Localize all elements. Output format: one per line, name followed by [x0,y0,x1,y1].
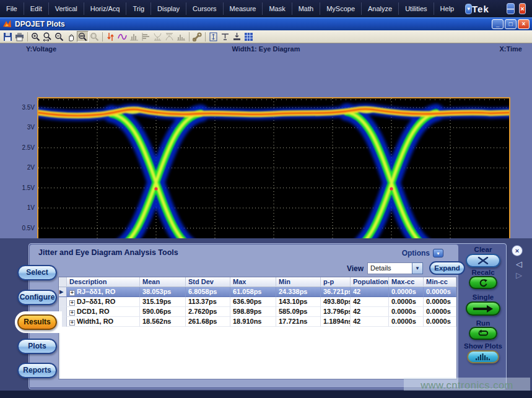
panel-close-button[interactable]: × [512,245,523,256]
waveform-cursors-button[interactable] [116,31,128,42]
cell-mean: 315.19ps [140,297,186,307]
view-details-dropdown[interactable]: Details [367,262,412,274]
options-dropdown-button[interactable]: ▼ [433,249,443,257]
zoom-fit-button[interactable] [41,31,53,42]
col-std-dev[interactable]: Std Dev [186,277,230,287]
plot-window-close-button[interactable]: × [518,19,530,29]
panel-title: Jitter and Eye Diagram Analysis Tools [38,248,178,257]
plot-window-minimize-button[interactable]: _ [492,19,504,29]
panel-prev-arrow[interactable]: ◁ [516,259,522,269]
grid-display-button[interactable] [243,31,255,42]
zoom-select-button[interactable] [89,31,100,42]
cell-p-p: 1.1894ns [321,317,351,327]
row-gutter [59,297,67,307]
nav-select-button[interactable]: Select [17,265,57,280]
menu-cursors[interactable]: Cursors [186,2,224,15]
expand-row-icon[interactable]: + [69,300,75,306]
cell-std-dev: 2.7620ps [186,307,230,317]
single-button[interactable] [466,301,500,316]
col-mean[interactable]: Mean [140,277,186,287]
chevron-down-icon: ▼ [436,251,440,256]
cell-description: +Width1, RO [67,317,140,327]
results-table: Description Mean Std Dev Max Min p-p Pop… [58,277,457,379]
panel-next-arrow[interactable]: ▷ [516,270,522,280]
menu-trig[interactable]: Trig [126,2,151,15]
wrench-icon [193,32,202,41]
app-close-button[interactable]: × [519,3,526,14]
recalc-refresh-icon [478,279,488,287]
pan-button[interactable] [65,31,77,42]
zoom-100-button[interactable] [77,31,89,42]
menu-utilities[interactable]: Utilities [399,2,434,15]
col-max-cc[interactable]: Max-cc [389,277,424,287]
clear-button[interactable] [466,254,500,267]
menu-measure[interactable]: Measure [224,2,263,15]
cell-p-p: 493.80ps [321,297,351,307]
fit-vertical-icon [209,32,218,41]
view-label: View [347,264,364,273]
histogram-time-button[interactable] [175,31,187,42]
table-row[interactable]: +DCD1, RO 590.06ps 2.7620ps 598.89ps 585… [59,307,456,317]
configure-button[interactable] [191,31,203,42]
nav-configure-button[interactable]: Configure [17,290,57,305]
cell-mean: 590.06ps [140,307,186,317]
col-min-cc[interactable]: Min-cc [424,277,456,287]
print-icon [15,32,24,41]
vertical-cursors-button[interactable] [105,31,116,42]
col-p-p[interactable]: p-p [321,277,351,287]
zoom-in-button[interactable] [30,31,41,42]
nav-reports-button[interactable]: Reports [17,363,57,378]
menu-myscope[interactable]: MyScope [320,2,362,15]
recalc-button[interactable] [469,276,497,289]
histogram-vertical-button[interactable] [128,31,140,42]
cell-min: 24.338ps [276,287,321,297]
mask-vertical-button[interactable] [152,31,164,42]
zoom-out-button[interactable] [53,31,65,42]
table-row[interactable]: ▶ +RJ–δδ1, RO 38.053ps 6.8058ps 61.058ps… [59,287,456,297]
save-button[interactable] [2,31,14,42]
app-minimize-button[interactable]: — [507,3,515,14]
cell-population: 42 [351,297,389,307]
col-description[interactable]: Description [67,277,140,287]
dpojet-app-icon [2,19,12,28]
cursor-readout-button[interactable] [219,31,231,42]
zoom-select-icon [90,32,99,41]
col-min[interactable]: Min [276,277,321,287]
expand-row-icon[interactable]: + [69,320,75,326]
col-max[interactable]: Max [230,277,276,287]
cell-min: 585.09ps [276,307,321,317]
waveform-cursors-icon [118,32,127,41]
close-icon: × [515,247,519,254]
menu-analyze[interactable]: Analyze [362,2,399,15]
menu-math[interactable]: Math [292,2,320,15]
view-dropdown-button[interactable]: ▼ [412,262,423,274]
menu-file[interactable]: File [0,2,24,15]
run-button[interactable] [469,327,497,340]
menu-horiz-acq[interactable]: Horiz/Acq [84,2,127,15]
nav-results-button[interactable]: Results [17,314,57,330]
plot-window-maximize-button[interactable]: □ [505,19,517,29]
col-population[interactable]: Population [351,277,389,287]
expand-row-icon[interactable]: + [69,310,75,316]
dock-bottom-button[interactable] [231,31,243,42]
show-plots-button[interactable] [467,350,499,363]
dpojet-plots-titlebar[interactable]: DPOJET Plots _ □ × [0,17,532,30]
clear-label: Clear [455,246,511,253]
fit-vertical-button[interactable] [207,31,219,42]
menu-help[interactable]: Help [434,2,461,15]
cell-max-cc: 0.0000s [389,317,424,327]
mask-horizontal-button[interactable] [164,31,175,42]
histogram-horizontal-button[interactable] [140,31,152,42]
menu-vertical[interactable]: Vertical [49,2,84,15]
print-button[interactable] [14,31,25,42]
table-row[interactable]: +DJ–δδ1, RO 315.19ps 113.37ps 636.90ps 1… [59,297,456,307]
nav-plots-button[interactable]: Plots [17,339,57,354]
expand-row-icon[interactable]: + [69,290,75,296]
menu-edit[interactable]: Edit [24,2,49,15]
menu-mask[interactable]: Mask [263,2,292,15]
menu-dropdown-button[interactable]: ▼ [465,4,472,14]
menu-display[interactable]: Display [151,2,186,15]
header-gutter [59,277,67,287]
table-row[interactable]: +Width1, RO 18.562ns 261.68ps 18.910ns 1… [59,317,456,327]
options-label[interactable]: Options [402,249,430,257]
